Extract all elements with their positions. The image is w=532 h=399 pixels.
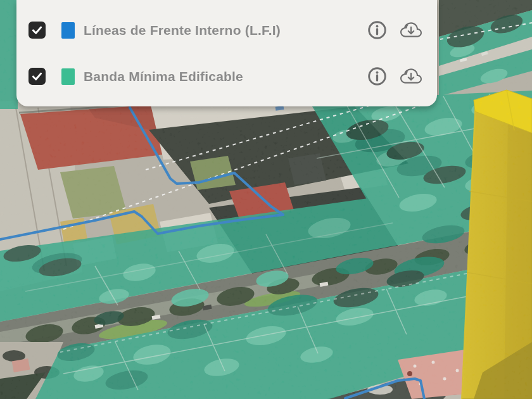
checkmark-icon (30, 23, 44, 37)
cloud-download-icon[interactable] (400, 20, 422, 41)
cloud-download-icon[interactable] (400, 66, 422, 87)
checkmark-icon (30, 70, 44, 83)
layer-row-lfi: Líneas de Frente Interno (L.F.I) (16, 7, 437, 53)
layer-row-banda-minima: Banda Mínima Edificable (16, 53, 437, 99)
layer-actions (367, 66, 422, 87)
layer-checkbox[interactable] (28, 22, 46, 39)
layer-label: Líneas de Frente Interno (L.F.I) (84, 23, 367, 38)
info-icon[interactable] (367, 20, 387, 40)
layer-control-panel: Líneas de Frente Interno (L.F.I) (16, 0, 437, 106)
layer-actions (367, 20, 422, 41)
layer-color-swatch (61, 22, 75, 39)
app-viewport: Líneas de Frente Interno (L.F.I) (0, 0, 532, 399)
layer-checkbox[interactable] (28, 68, 46, 85)
layer-color-swatch (61, 68, 75, 85)
layer-label: Banda Mínima Edificable (84, 69, 367, 84)
info-icon[interactable] (367, 66, 387, 86)
